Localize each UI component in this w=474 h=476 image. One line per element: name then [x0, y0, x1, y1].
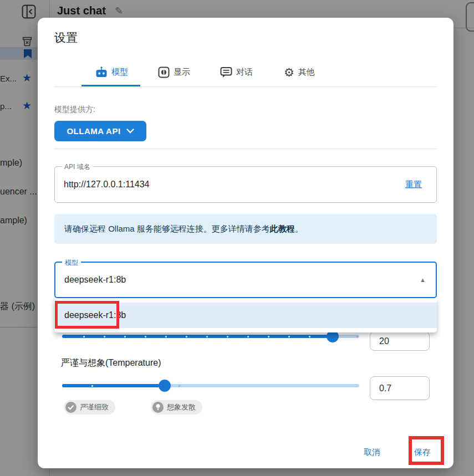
chat-bubble-icon: [220, 66, 232, 78]
slider-tick: [91, 385, 93, 387]
slider-tick: [104, 336, 105, 337]
tab-display[interactable]: 显示: [158, 64, 190, 80]
slider-tick: [83, 336, 85, 337]
slider-tick: [165, 336, 167, 337]
model-select-field[interactable]: 模型 deepseek-r1:8b ▲: [54, 262, 437, 298]
chevron-up-icon[interactable]: ▲: [420, 277, 426, 283]
tab-label: 模型: [111, 67, 128, 78]
provider-select-button[interactable]: OLLAMA API: [54, 121, 146, 141]
slider-tick: [227, 336, 228, 337]
context-limit-slider[interactable]: [62, 335, 359, 338]
chip-label: 想象发散: [167, 402, 196, 412]
display-theme-icon: [158, 66, 170, 78]
check-badge-icon: [65, 402, 77, 413]
temperature-label: 严谨与想象(Temperature): [61, 357, 161, 369]
tab-label: 对话: [236, 67, 253, 78]
slider-tick: [179, 385, 180, 387]
chevron-down-icon: [126, 129, 134, 134]
annotation-box-save: [409, 436, 444, 465]
slider-fill: [62, 335, 333, 338]
slider-tick: [288, 336, 290, 337]
tab-model[interactable]: 模型: [95, 64, 128, 80]
api-host-field[interactable]: API 域名 http://127.0.0.1:11434 重置: [54, 166, 437, 203]
slider-tick: [268, 336, 269, 337]
slider-tick: [186, 336, 187, 337]
context-limit-input[interactable]: 20: [370, 331, 430, 351]
tab-chat[interactable]: 对话: [220, 64, 253, 80]
temperature-input[interactable]: 0.7: [370, 376, 430, 400]
temperature-slider[interactable]: [62, 384, 359, 387]
slider-fill: [62, 384, 165, 387]
tabs-divider: [54, 86, 437, 87]
notice-text: 请确保远程 Ollama 服务能够远程连接。更多详情请参考: [64, 224, 270, 234]
slider-tick: [145, 336, 146, 337]
annotation-box-model-option: [55, 301, 119, 329]
lightbulb-icon: [152, 402, 164, 413]
api-host-value[interactable]: http://127.0.0.1:11434: [64, 167, 150, 202]
cancel-button[interactable]: 取消: [364, 444, 380, 460]
chip-rigorous[interactable]: 严谨细致: [64, 400, 115, 414]
robot-icon: [95, 66, 108, 78]
reset-link[interactable]: 重置: [405, 180, 422, 190]
tutorial-link[interactable]: 此教程: [270, 224, 295, 234]
slider-tick: [309, 336, 310, 337]
gear-icon: ⚙: [284, 66, 294, 78]
provider-label: 模型提供方:: [54, 105, 95, 115]
section-divider: [54, 149, 437, 149]
slider-tick: [124, 336, 126, 337]
tab-other[interactable]: ⚙ 其他: [284, 64, 315, 80]
temperature-slider-thumb[interactable]: [159, 380, 171, 392]
tab-label: 其他: [298, 67, 315, 78]
dialog-title: 设置: [54, 30, 78, 45]
screen: Ex... ★ p... ★ mple) uencer ... ample) 器…: [0, 0, 474, 476]
chip-imaginative[interactable]: 想象发散: [151, 400, 202, 414]
slider-tick: [356, 336, 358, 337]
tab-label: 显示: [174, 67, 190, 78]
slider-tick: [247, 336, 249, 337]
notice-suffix: 。: [295, 224, 303, 234]
chip-label: 严谨细致: [80, 402, 109, 412]
model-value[interactable]: deepseek-r1:8b: [64, 263, 126, 297]
provider-button-label: OLLAMA API: [67, 126, 120, 136]
remote-notice: 请确保远程 Ollama 服务能够远程连接。更多详情请参考此教程。: [54, 214, 437, 244]
slider-tick: [206, 336, 208, 337]
settings-dialog: 设置 模型 显示: [38, 18, 453, 468]
